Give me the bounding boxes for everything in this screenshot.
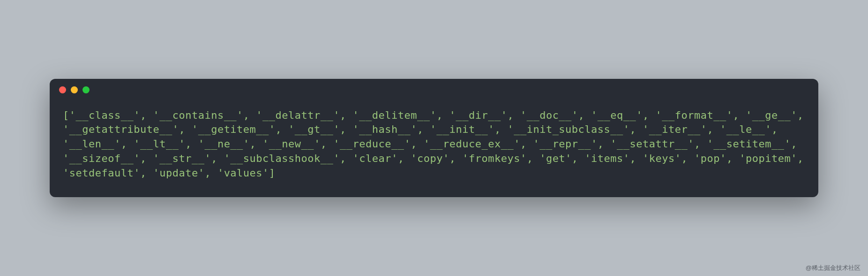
maximize-button[interactable] [82,86,90,93]
titlebar [50,79,818,97]
terminal-window: ['__class__', '__contains__', '__delattr… [50,79,818,198]
minimize-button[interactable] [71,86,78,93]
watermark: @稀土掘金技术社区 [806,264,861,272]
close-button[interactable] [59,86,66,93]
terminal-output: ['__class__', '__contains__', '__delattr… [50,97,818,198]
